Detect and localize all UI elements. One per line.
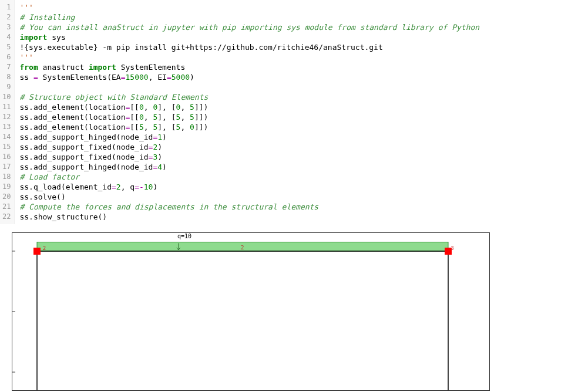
code-line: ss.solve()	[19, 192, 563, 202]
line-number: 5	[2, 42, 11, 52]
line-number: 3	[2, 22, 11, 32]
code-line: '''	[19, 52, 563, 62]
line-number: 1	[2, 2, 11, 12]
line-number: 7	[2, 62, 11, 72]
line-number: 10	[2, 92, 11, 102]
code-line: # Compute the forces and displacements i…	[19, 202, 563, 212]
structure-plot: 34523123q=10	[12, 232, 490, 391]
line-number: 4	[2, 32, 11, 42]
q-load-label: q=10	[177, 233, 191, 239]
line-number: 21	[2, 202, 11, 212]
line-number: 19	[2, 182, 11, 192]
code-line	[19, 82, 563, 92]
line-number: 8	[2, 72, 11, 82]
line-number: 20	[2, 192, 11, 202]
node-label: 3	[451, 245, 453, 251]
code-line: ss.q_load(element_id=2, q=-10)	[19, 182, 563, 192]
code-line: !{sys.executable} -m pip install git+htt…	[19, 42, 563, 52]
line-number: 2	[2, 12, 11, 22]
code-body[interactable]: '''# Installing# You can install anaStru…	[15, 0, 568, 224]
line-number: 17	[2, 162, 11, 172]
line-number: 13	[2, 122, 11, 132]
line-number: 9	[2, 82, 11, 92]
code-line: ss.add_element(location=[[5, 5], [5, 0]]…	[19, 122, 563, 132]
line-number: 12	[2, 112, 11, 122]
line-number: 22	[2, 212, 11, 222]
line-number: 15	[2, 142, 11, 152]
line-number: 14	[2, 132, 11, 142]
node-label: 2	[43, 245, 46, 251]
code-line: ss.add_support_hinged(node_id=1)	[19, 132, 563, 142]
code-line: ss.add_support_fixed(node_id=3)	[19, 152, 563, 162]
code-line: '''	[19, 2, 563, 12]
line-number: 16	[2, 152, 11, 162]
code-line: # Installing	[19, 12, 563, 22]
code-line: ss.add_support_hinged(node_id=4)	[19, 162, 563, 172]
code-editor: 12345678910111213141516171819202122 '''#…	[0, 0, 568, 224]
code-line: ss.show_structure()	[19, 212, 563, 222]
code-line: ss = SystemElements(EA=15000, EI=5000)	[19, 72, 563, 82]
code-line: ss.add_element(location=[[0, 0], [0, 5]]…	[19, 102, 563, 112]
code-line: # Load factor	[19, 172, 563, 182]
code-line: from anastruct import SystemElements	[19, 62, 563, 72]
element-label: 2	[241, 245, 244, 251]
code-line: ss.add_support_fixed(node_id=2)	[19, 142, 563, 152]
code-line: # Structure object with Standard Element…	[19, 92, 563, 102]
line-number-gutter: 12345678910111213141516171819202122	[0, 0, 15, 224]
line-number: 18	[2, 172, 11, 182]
code-line: ss.add_element(location=[[0, 5], [5, 5]]…	[19, 112, 563, 122]
code-line: import sys	[19, 32, 563, 42]
code-line: # You can install anaStruct in jupyter w…	[19, 22, 563, 32]
line-number: 6	[2, 52, 11, 62]
line-number: 11	[2, 102, 11, 112]
fixed-support-icon	[33, 248, 41, 255]
